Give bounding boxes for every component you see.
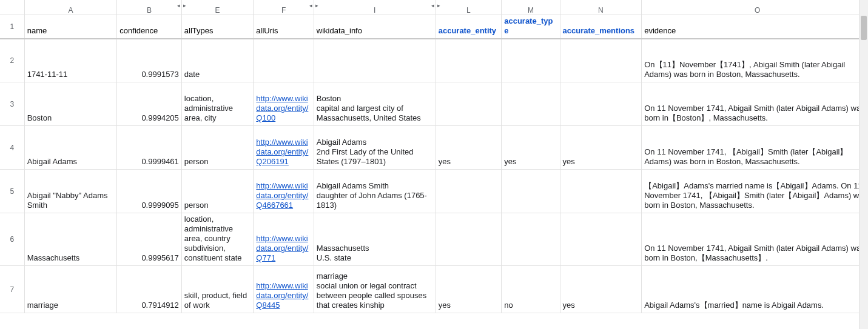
cell-F2[interactable] xyxy=(254,39,314,82)
cell-M1[interactable]: accurate_type xyxy=(502,15,560,39)
col-header-E[interactable]: ▸ E xyxy=(181,0,254,15)
scrollbar-thumb[interactable] xyxy=(861,16,867,40)
cell-O6[interactable]: On 11 November 1741, Abigail Smith (late… xyxy=(642,213,868,266)
col-header-M[interactable]: M xyxy=(502,0,560,15)
cell-E2[interactable]: date xyxy=(181,39,254,82)
wikidata-link[interactable]: http://www.wiki​data.org/entity/Q8445 xyxy=(256,281,308,310)
cell-F5[interactable]: http://www.wiki​data.org/entity/Q4667661 xyxy=(254,170,314,213)
cell-I2[interactable] xyxy=(314,39,436,82)
cell-A7[interactable]: marriage xyxy=(24,266,117,313)
cell-A6[interactable]: Massachusetts xyxy=(24,213,117,266)
cell-L6[interactable] xyxy=(436,213,501,266)
cell-B1[interactable]: confidence xyxy=(117,15,181,39)
cell-F7[interactable]: http://www.wiki​data.org/entity/Q8445 xyxy=(254,266,314,313)
col-header-F[interactable]: F ◂ xyxy=(254,0,314,15)
cell-L4[interactable]: yes xyxy=(436,126,501,170)
column-group-toggle-icon[interactable]: ▸ xyxy=(437,2,440,8)
cell-F3[interactable]: http://www.wiki​data.org/entity/Q100 xyxy=(254,82,314,126)
cell-M2[interactable] xyxy=(502,39,560,82)
cell-M5[interactable] xyxy=(502,170,560,213)
cell-M3[interactable] xyxy=(502,82,560,126)
cell-O3[interactable]: On 11 November 1741, Abigail Smith (late… xyxy=(642,82,868,126)
cell-B3[interactable]: 0.9994205 xyxy=(117,82,181,126)
column-header-row: A B ◂ ▸ E F ◂ ▸ I ◂ xyxy=(0,0,868,15)
cell-I3[interactable]: Bostoncapital and largest city of Massac… xyxy=(314,82,436,126)
cell-N4[interactable]: yes xyxy=(560,126,642,170)
column-group-toggle-icon[interactable]: ◂ xyxy=(309,2,312,8)
cell-I1[interactable]: wikidata_info xyxy=(314,15,436,39)
cell-E6[interactable]: location, administrative area, country s… xyxy=(181,213,254,266)
cell-E5[interactable]: person xyxy=(181,170,254,213)
cell-A5[interactable]: Abigail "Nabby" Adams Smith xyxy=(24,170,117,213)
wikidata-link[interactable]: http://www.wiki​data.org/entity/Q4667661 xyxy=(256,181,308,210)
row-header-3[interactable]: 3 xyxy=(0,82,24,126)
cell-O1[interactable]: evidence xyxy=(642,15,868,39)
col-header-N[interactable]: N xyxy=(560,0,642,15)
cell-O7[interactable]: Abigail Adams's【married】name is Abigail … xyxy=(642,266,868,313)
cell-I4[interactable]: Abigail Adams2nd First Lady of the Unite… xyxy=(314,126,436,170)
col-header-O[interactable]: O xyxy=(642,0,868,15)
cell-M7[interactable]: no xyxy=(502,266,560,313)
cell-F4[interactable]: http://www.wiki​data.org/entity/Q206191 xyxy=(254,126,314,170)
table-row: 4Abigail Adams0.9999461personhttp://www.… xyxy=(0,126,868,170)
cell-E7[interactable]: skill, product, field of work xyxy=(181,266,254,313)
cell-L3[interactable] xyxy=(436,82,501,126)
cell-I5[interactable]: Abigail Adams Smithdaughter of John Adam… xyxy=(314,170,436,213)
col-header-A[interactable]: A xyxy=(24,0,117,15)
wikidata-link[interactable]: http://www.wiki​data.org/entity/Q771 xyxy=(256,234,308,262)
row-header-1[interactable]: 1 xyxy=(0,15,24,39)
cell-E1[interactable]: allTypes xyxy=(181,15,254,39)
col-header-B[interactable]: B ◂ xyxy=(117,0,181,15)
column-group-toggle-icon[interactable]: ▸ xyxy=(183,2,186,8)
vertical-scrollbar[interactable] xyxy=(859,0,868,329)
cell-M4[interactable]: yes xyxy=(502,126,560,170)
cell-B4[interactable]: 0.9999461 xyxy=(117,126,181,170)
col-header-L[interactable]: ▸ L xyxy=(436,0,501,15)
cell-O4[interactable]: On 11 November 1741, 【Abigail】Smith (lat… xyxy=(642,126,868,170)
cell-E4[interactable]: person xyxy=(181,126,254,170)
column-group-toggle-icon[interactable]: ◂ xyxy=(177,2,180,8)
col-header-I[interactable]: ▸ I ◂ xyxy=(314,0,436,15)
select-all-corner[interactable] xyxy=(0,0,24,15)
wikidata-link[interactable]: http://www.wiki​data.org/entity/Q206191 xyxy=(256,138,308,166)
cell-B7[interactable]: 0.7914912 xyxy=(117,266,181,313)
cell-L1[interactable]: accurate_entity xyxy=(436,15,501,39)
cell-O2[interactable]: On【11】November【1741】, Abigail Smith (lat… xyxy=(642,39,868,82)
cell-A3[interactable]: Boston xyxy=(24,82,117,126)
row-header-4[interactable]: 4 xyxy=(0,126,24,170)
table-row: 7marriage0.7914912skill, product, field … xyxy=(0,266,868,313)
cell-L7[interactable]: yes xyxy=(436,266,501,313)
cell-I7[interactable]: marriagesocial union or legal contract b… xyxy=(314,266,436,313)
cell-L2[interactable] xyxy=(436,39,501,82)
cell-A2[interactable]: 1741-11-11 xyxy=(24,39,117,82)
cell-N3[interactable] xyxy=(560,82,642,126)
row-header-5[interactable]: 5 xyxy=(0,170,24,213)
row-header-6[interactable]: 6 xyxy=(0,213,24,266)
cell-A4[interactable]: Abigail Adams xyxy=(24,126,117,170)
cell-O5[interactable]: 【Abigail】Adams's married name is【Abigail… xyxy=(642,170,868,213)
cell-N5[interactable] xyxy=(560,170,642,213)
table-row: 21741-11-110.9991573dateOn【11】November【1… xyxy=(0,39,868,82)
row-header-2[interactable]: 2 xyxy=(0,39,24,82)
cell-E3[interactable]: location, administrative area, city xyxy=(181,82,254,126)
cell-I6[interactable]: MassachusettsU.S. state xyxy=(314,213,436,266)
cell-N6[interactable] xyxy=(560,213,642,266)
cell-L5[interactable] xyxy=(436,170,501,213)
cell-N2[interactable] xyxy=(560,39,642,82)
cell-N1[interactable]: accurate_mentions xyxy=(560,15,642,39)
cell-A1[interactable]: name xyxy=(24,15,117,39)
cell-N7[interactable]: yes xyxy=(560,266,642,313)
cell-F1[interactable]: allUris xyxy=(254,15,314,39)
column-group-toggle-icon[interactable]: ◂ xyxy=(431,2,434,8)
column-group-toggle-icon[interactable]: ▸ xyxy=(315,2,318,8)
spreadsheet-grid[interactable]: A B ◂ ▸ E F ◂ ▸ I ◂ xyxy=(0,0,868,313)
cell-B5[interactable]: 0.9999095 xyxy=(117,170,181,213)
cell-M6[interactable] xyxy=(502,213,560,266)
cell-B6[interactable]: 0.9995617 xyxy=(117,213,181,266)
wikidata-link[interactable]: http://www.wiki​data.org/entity/Q100 xyxy=(256,94,308,122)
frozen-header-row: 1 name confidence allTypes allUris wikid… xyxy=(0,15,868,39)
spreadsheet-viewport[interactable]: A B ◂ ▸ E F ◂ ▸ I ◂ xyxy=(0,0,868,329)
cell-B2[interactable]: 0.9991573 xyxy=(117,39,181,82)
cell-F6[interactable]: http://www.wiki​data.org/entity/Q771 xyxy=(254,213,314,266)
row-header-7[interactable]: 7 xyxy=(0,266,24,313)
